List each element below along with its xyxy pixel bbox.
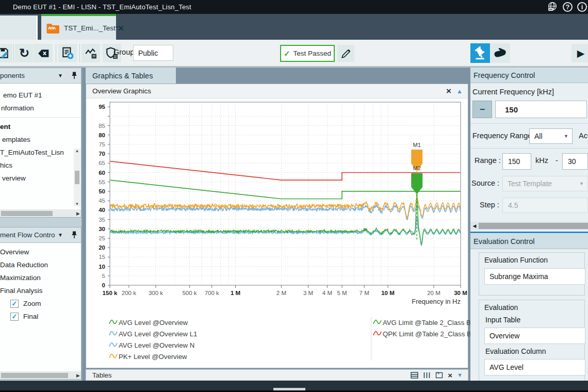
tree-item[interactable]: ent (0, 120, 81, 133)
language-globe-icon[interactable] (547, 1, 558, 12)
overview-chart[interactable]: 051015202530354045505560657075808595150 … (86, 99, 469, 314)
table-columns-icon[interactable] (423, 371, 431, 379)
group-label: Group (113, 48, 134, 56)
tree-item[interactable]: T_EmiAutoTest_Lisn (0, 146, 81, 159)
scroll-right-icon[interactable]: ▶ (76, 211, 80, 216)
svg-text:80: 80 (99, 132, 105, 138)
tab-graphics-and-tables[interactable]: Graphics & Tables (86, 68, 176, 84)
tab-test-active[interactable]: TST_Emi..._Test* × (41, 14, 116, 40)
svg-text:500 k: 500 k (182, 290, 197, 296)
tree-item[interactable]: verview (0, 172, 81, 185)
evaluation-function-input[interactable]: Subrange Maxima (484, 268, 585, 285)
svg-text:3 M: 3 M (303, 290, 313, 296)
horizontal-scrollbar[interactable]: ▶ (0, 371, 81, 379)
add-report-button[interactable] (58, 44, 77, 62)
scroll-thumb[interactable] (1, 373, 68, 378)
evaluation-group: Evaluation Input Table Overview Evaluati… (479, 300, 585, 382)
group-label: Evaluation (484, 303, 580, 312)
test-passed-badge: ✓ Test Passed (280, 45, 335, 62)
test-components-header: ponents ▼ (0, 68, 81, 84)
svg-text:75: 75 (99, 141, 105, 148)
save-edit-button[interactable] (0, 44, 12, 62)
tab-bar: TST_Emi..._Test* × (0, 14, 588, 40)
tab-home[interactable] (0, 15, 38, 40)
checkbox-checked[interactable]: ✓ (10, 300, 19, 308)
info-icon[interactable]: i (577, 2, 587, 12)
pin-icon[interactable] (70, 71, 78, 80)
trace-wave-icon (373, 319, 383, 325)
pin-icon[interactable] (70, 231, 78, 239)
evaluation-control-header: Evaluation Control (470, 234, 588, 249)
minus-icon: − (480, 104, 485, 115)
flow-step-item[interactable]: Data Reduction (0, 258, 81, 271)
source-value: Test Template (508, 179, 552, 188)
svg-text:10 M: 10 M (381, 290, 395, 296)
status-text: Test Passed (293, 50, 332, 57)
legend-label: AVG Level @Overview (119, 319, 188, 326)
group-input[interactable]: Public (133, 45, 173, 61)
input-table-value: Overview (489, 332, 519, 340)
input-table-input[interactable]: Overview (484, 328, 585, 344)
close-icon[interactable]: × (448, 371, 452, 379)
step-label: Step : (480, 201, 499, 209)
tree-item[interactable]: nformation (0, 102, 81, 115)
svg-text:30 M: 30 M (454, 290, 467, 296)
scroll-thumb[interactable] (479, 223, 588, 229)
range-dash: - (556, 156, 558, 165)
play-button[interactable]: ▶ (571, 44, 588, 62)
trace-wave-icon (109, 353, 119, 360)
range-from-input[interactable]: 150 (502, 153, 531, 170)
separator (0, 117, 81, 118)
table-rows-icon[interactable] (411, 371, 418, 379)
scroll-thumb[interactable] (1, 211, 53, 216)
separator (470, 123, 588, 124)
dropdown-icon[interactable]: ▼ (58, 232, 63, 238)
workspace: ponents ▼ emo EUT #1nformationentemplate… (0, 68, 588, 381)
flow-step-item[interactable]: Overview (0, 246, 81, 258)
legend-item: AVG Level @Overview (109, 317, 197, 328)
scroll-down-icon[interactable]: ▼ (75, 202, 79, 206)
tables-panel-header[interactable]: Tables × ▼ (86, 369, 468, 381)
toolbar-separator (79, 44, 80, 62)
checkbox-checked[interactable]: ✓ (10, 313, 19, 321)
graphics-button[interactable] (81, 44, 100, 62)
clear-button[interactable] (34, 44, 53, 62)
flow-step-item[interactable]: Maximization (0, 271, 81, 284)
check-icon: ✓ (12, 313, 18, 320)
horizontal-scrollbar[interactable]: ▶ (0, 209, 81, 217)
frequency-range-dropdown[interactable]: All ▼ (529, 128, 573, 144)
collapse-icon[interactable]: ▲ (456, 88, 463, 94)
evaluation-column-input[interactable]: AVG Level (484, 359, 585, 375)
tab-close-icon[interactable]: × (118, 23, 124, 33)
refresh-button[interactable]: ↻ (15, 44, 34, 62)
horizontal-scrollbar[interactable]: ◀ (470, 222, 588, 230)
help-icon[interactable]: ? (563, 2, 573, 12)
frequency-decrement-button[interactable]: − (472, 101, 492, 118)
close-icon[interactable]: × (446, 87, 451, 95)
flow-step-item[interactable]: Final Analysis (0, 284, 81, 297)
scroll-left-icon[interactable]: ◀ (470, 223, 479, 228)
scroll-up-icon[interactable]: ▲ (75, 149, 79, 153)
float-window-icon[interactable] (435, 371, 443, 379)
frequency-range-value: All (534, 132, 543, 140)
expand-icon[interactable]: ▼ (457, 372, 463, 378)
dropdown-icon[interactable]: ▼ (58, 73, 63, 78)
scroll-right-icon[interactable]: ▶ (76, 373, 80, 378)
tree-item[interactable]: emplates (0, 133, 81, 146)
svg-text:55: 55 (99, 179, 105, 185)
panel-splitter[interactable] (470, 232, 588, 233)
section-title: Evaluation Control (473, 237, 535, 246)
scroll-thumb[interactable] (75, 171, 79, 184)
tab-label: TST_Emi..._Test* (64, 24, 118, 32)
measure-gavel-button[interactable] (470, 43, 490, 63)
edit-verdict-button[interactable] (337, 45, 354, 62)
svg-text:35: 35 (99, 217, 105, 223)
range-to-input[interactable]: 30 (562, 153, 588, 170)
tree-item[interactable]: hics (0, 159, 81, 172)
current-frequency-input[interactable]: 150 (495, 101, 587, 118)
toolbar: ↻ Group Public ✓ Test Passed ▶ (0, 40, 588, 68)
manual-hand-button[interactable] (491, 43, 510, 63)
components-tree: emo EUT #1nformationentemplatesT_EmiAuto… (0, 84, 81, 185)
tree-item[interactable]: emo EUT #1 (0, 89, 81, 102)
vertical-scrollbar[interactable]: ▲ ▼ (74, 149, 80, 206)
